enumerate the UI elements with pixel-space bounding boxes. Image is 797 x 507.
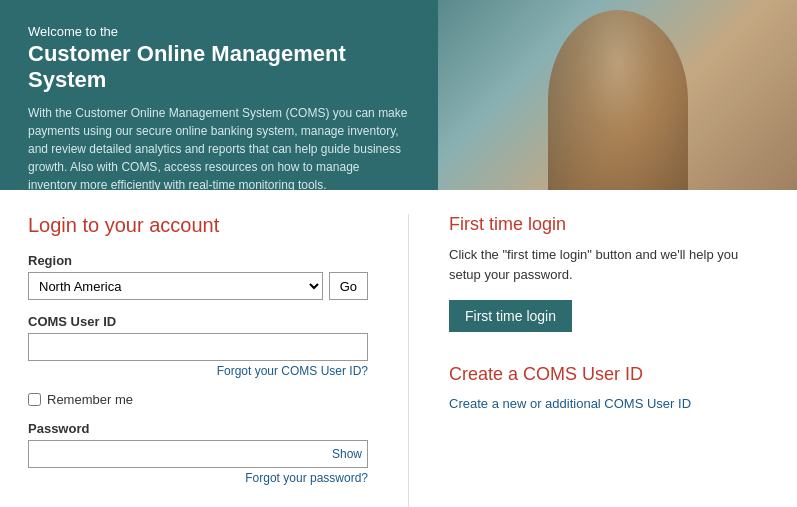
welcome-small-text: Welcome to the [28, 24, 410, 39]
forgot-coms-id-link[interactable]: Forgot your COMS User ID? [28, 364, 368, 378]
hero-image [438, 0, 797, 190]
region-row: North America Europe Asia Pacific Latin … [28, 272, 368, 300]
region-label: Region [28, 253, 368, 268]
show-password-button[interactable]: Show [332, 447, 362, 461]
main-content: Login to your account Region North Ameri… [0, 190, 797, 507]
hero-banner: Welcome to the Customer Online Managemen… [0, 0, 797, 190]
coms-id-input[interactable] [28, 333, 368, 361]
remember-me-row: Remember me [28, 392, 368, 407]
hero-title: Customer Online Management System [28, 41, 410, 94]
password-wrapper: Show [28, 440, 368, 468]
create-coms-link[interactable]: Create a new or additional COMS User ID [449, 396, 691, 411]
remember-me-label: Remember me [47, 392, 133, 407]
hero-image-placeholder [438, 0, 797, 190]
hero-description: With the Customer Online Management Syst… [28, 104, 410, 190]
remember-me-checkbox[interactable] [28, 393, 41, 406]
forgot-password-link[interactable]: Forgot your password? [28, 471, 368, 485]
password-input[interactable] [28, 440, 368, 468]
region-select[interactable]: North America Europe Asia Pacific Latin … [28, 272, 323, 300]
right-section: First time login Click the "first time l… [449, 214, 769, 507]
first-time-description: Click the "first time login" button and … [449, 245, 769, 284]
coms-id-label: COMS User ID [28, 314, 368, 329]
password-group: Password Show Forgot your password? [28, 421, 368, 485]
first-time-login-button[interactable]: First time login [449, 300, 572, 332]
login-section: Login to your account Region North Ameri… [28, 214, 368, 507]
hero-text-area: Welcome to the Customer Online Managemen… [0, 0, 438, 190]
first-time-login-area: First time login Click the "first time l… [449, 214, 769, 360]
first-time-heading: First time login [449, 214, 769, 235]
login-heading: Login to your account [28, 214, 368, 237]
go-button[interactable]: Go [329, 272, 368, 300]
create-heading: Create a COMS User ID [449, 364, 769, 385]
create-coms-section: Create a COMS User ID Create a new or ad… [449, 364, 769, 411]
password-label: Password [28, 421, 368, 436]
coms-id-group: COMS User ID Forgot your COMS User ID? [28, 314, 368, 378]
region-group: Region North America Europe Asia Pacific… [28, 253, 368, 300]
section-divider [408, 214, 409, 507]
